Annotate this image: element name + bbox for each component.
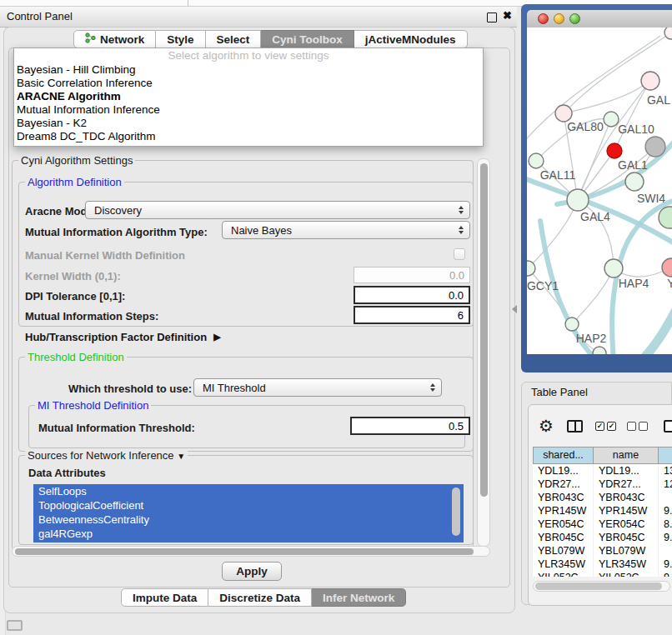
mi-algorithm-type-select[interactable]: Naive Bayes [222,221,470,239]
network-node[interactable] [604,259,623,278]
network-node[interactable] [664,28,672,39]
tab-infer-network[interactable]: Infer Network [312,588,406,607]
deselect-all-columns-icon[interactable] [627,422,648,431]
tab-network[interactable]: Network [73,30,156,48]
network-node[interactable] [593,347,606,354]
collapse-arrow-icon[interactable]: ▼ [177,452,185,461]
which-threshold-value: MI Threshold [203,382,266,394]
table-row[interactable]: YBL079WYBL079W [533,544,672,558]
settings-horizontal-scrollbar[interactable] [12,546,490,557]
network-edge-thick[interactable] [635,294,672,354]
column-header-extra[interactable] [659,447,672,464]
dpi-tolerance-field[interactable]: 0.0 [354,286,470,304]
hub-definition-expander[interactable]: Hub/Transcription Factor Definition ▶ [25,331,221,343]
algorithm-option[interactable]: Basic Correlation Inference [14,77,483,90]
table-row[interactable]: YPR145WYPR145W9. [533,504,672,518]
network-node[interactable] [527,261,535,276]
table-row[interactable]: YBR045CYBR045C9. [533,531,672,544]
table-row[interactable]: YDL19...YDL19...13 [533,464,672,478]
table-body: YDL19...YDL19...13YDR27...YDR27...12YBR0… [533,464,672,577]
attribute-item[interactable]: TopologicalCoefficient [33,498,464,512]
attribute-item[interactable]: gal4RGexp [33,527,464,541]
network-node[interactable] [555,105,572,122]
settings-vertical-scrollbar[interactable] [477,158,490,547]
tab-jactivemnodules[interactable]: jActiveMNodules [354,30,468,48]
table-row[interactable]: YIL052CYIL052C9. [533,571,672,577]
settings-vertical-scrollbar-thumb[interactable] [480,163,488,497]
unchecked-box-icon [639,422,648,431]
close-traffic-light-icon[interactable] [538,13,549,24]
attribute-item[interactable]: BetweennessCentrality [33,512,464,527]
mi-threshold-field[interactable]: 0.5 [350,417,470,435]
select-all-columns-icon[interactable]: ✓ ✓ [595,422,616,431]
algorithm-select-placeholder[interactable]: Select algorithm to view settings [14,48,483,63]
table-cell: YIL052C [533,571,594,577]
table-cell: YBL079W [594,544,659,558]
network-node[interactable] [641,72,659,90]
gear-icon[interactable]: ⚙ [539,418,554,434]
apply-button[interactable]: Apply [222,562,282,581]
tab-style[interactable]: Style [156,30,205,48]
network-node-label: GCY1 [527,279,559,292]
mi-threshold-label: Mutual Information Threshold: [38,422,195,434]
table-row[interactable]: YDR27...YDR27...12 [533,478,672,491]
network-node[interactable] [604,112,619,127]
new-table-icon[interactable] [664,420,672,432]
network-node-label: GAL1 [618,158,648,172]
network-node[interactable] [662,258,672,277]
table-row[interactable]: YLR345WYLR345W9. [533,558,672,571]
table-cell: 9. [659,558,672,571]
minimize-traffic-light-icon[interactable] [554,13,564,24]
split-pane-handle-icon[interactable] [512,305,517,313]
close-icon[interactable]: ✖ [503,9,512,22]
mi-steps-field[interactable]: 6 [354,306,470,324]
column-header-shared-[interactable]: shared... [533,447,594,464]
table-cell: YER054C [533,518,594,531]
tab-cyni-toolbox[interactable]: Cyni Toolbox [261,30,354,48]
spinner-arrows-icon [430,383,435,392]
data-attributes-list[interactable]: SelfLoopsTopologicalCoefficientBetweenne… [33,484,464,542]
column-header-name[interactable]: name [594,447,659,464]
network-edge[interactable] [572,268,614,324]
tab-label: Select [217,33,250,46]
tab-discretize-data[interactable]: Discretize Data [208,588,312,607]
network-node[interactable] [659,207,672,228]
manual-kernel-width-checkbox[interactable] [454,248,465,260]
checked-box-icon: ✓ [607,422,616,431]
algorithm-option[interactable]: Bayesian - K2 [14,117,483,130]
kernel-width-field[interactable]: 0.0 [354,267,470,283]
network-node[interactable] [567,189,589,211]
algorithm-option[interactable]: ARACNE Algorithm [14,90,483,103]
table-horizontal-scrollbar-thumb[interactable] [535,582,662,590]
aracne-mode-select[interactable]: Discovery [85,201,470,219]
network-view-canvas[interactable]: GALGAL80GAL10GAL1GAL11GAL4SWI4GCY1HAP4YH… [527,28,672,354]
network-node[interactable] [625,172,644,191]
network-node[interactable] [645,137,665,157]
algorithm-option[interactable]: Mutual Information Inference [14,103,483,117]
table-row[interactable]: YBR043CYBR043C [533,491,672,504]
algorithm-option[interactable]: Bayesian - Hill Climbing [14,63,483,77]
threshold-definition-title: Threshold Definition [25,351,127,363]
table-row[interactable]: YER054CYER054C8. [533,518,672,531]
columns-icon[interactable] [567,420,583,432]
network-node[interactable] [529,153,544,168]
manual-kernel-width-label: Manual Kernel Width Definition [25,249,185,262]
zoom-traffic-light-icon[interactable] [569,13,580,24]
algorithm-option[interactable]: Dream8 DC_TDC Algorithm [14,130,483,143]
docked-panel-icon[interactable] [7,620,23,631]
expand-arrow-icon[interactable]: ▶ [213,332,220,342]
network-node[interactable] [565,318,579,331]
network-node-label: GAL11 [540,168,576,182]
tab-select[interactable]: Select [206,30,262,48]
which-threshold-select[interactable]: MI Threshold [193,378,442,397]
attribute-item[interactable]: SelfLoops [33,484,464,498]
network-edge[interactable] [528,200,578,268]
attributes-scrollbar-thumb[interactable] [452,488,460,536]
network-node[interactable] [607,143,622,158]
settings-horizontal-scrollbar-thumb[interactable] [15,548,474,555]
tab-impute-data[interactable]: Impute Data [121,588,208,607]
float-window-icon[interactable] [487,12,497,22]
tab-label: jActiveMNodules [365,33,456,46]
table-cell: YDL19... [594,464,659,478]
network-window-titlebar[interactable] [527,10,672,28]
